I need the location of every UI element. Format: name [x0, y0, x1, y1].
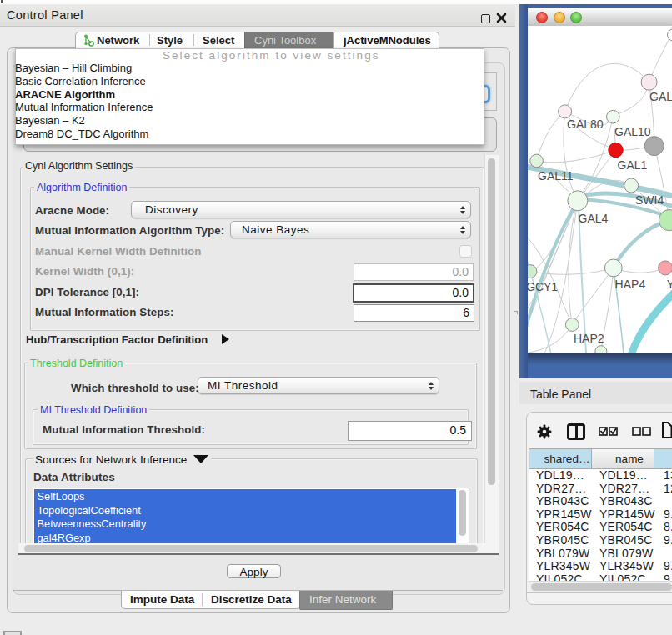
svg-text:GAL7: GAL7	[649, 90, 672, 103]
svg-text:Y: Y	[667, 278, 672, 291]
svg-text:GAL10: GAL10	[614, 125, 651, 138]
svg-text:GCY1: GCY1	[528, 280, 558, 293]
svg-text:GAL80: GAL80	[567, 118, 604, 131]
svg-text:SWI4: SWI4	[635, 193, 664, 207]
svg-text:HAP2: HAP2	[574, 332, 604, 345]
svg-text:GAL11: GAL11	[538, 169, 574, 182]
svg-text:GAL4: GAL4	[579, 212, 609, 225]
svg-text:HAP4: HAP4	[615, 278, 646, 291]
svg-text:GAL1: GAL1	[618, 158, 648, 172]
